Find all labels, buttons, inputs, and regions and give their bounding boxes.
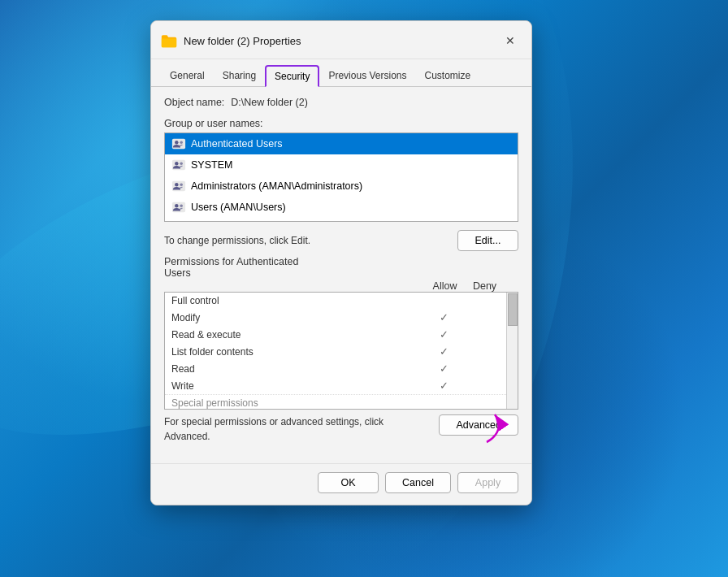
user-name-system: SYSTEM	[191, 159, 232, 171]
col-header-allow: Allow	[422, 280, 467, 292]
scrollbar-thumb[interactable]	[508, 293, 518, 326]
advanced-hint: For special permissions or advanced sett…	[164, 414, 392, 444]
user-list: Authenticated Users SYSTEM	[164, 132, 518, 222]
edit-row: To change permissions, click Edit. Edit.…	[164, 230, 518, 251]
col-header-deny: Deny	[467, 280, 512, 292]
permissions-subtitle: Users	[164, 267, 191, 279]
group-section-label: Group or user names:	[164, 118, 518, 129]
perm-row-write: Write ✓	[165, 377, 518, 394]
tab-security[interactable]: Security	[265, 65, 319, 87]
svg-point-7	[175, 183, 179, 187]
advanced-arrow-annotation	[434, 408, 515, 449]
close-button[interactable]: ✕	[499, 29, 522, 52]
bottom-button-bar: OK Cancel Apply	[151, 463, 531, 505]
perm-allow-modify: ✓	[422, 311, 466, 323]
perm-allow-write: ✓	[422, 380, 466, 392]
permissions-scrollbar[interactable]	[506, 293, 518, 409]
user-name-users: Users (AMAN\Users)	[191, 202, 286, 213]
properties-dialog: New folder (2) Properties ✕ General Shar…	[150, 20, 532, 505]
object-name-row: Object name: D:\New folder (2)	[164, 97, 518, 108]
edit-button[interactable]: Edit...	[457, 230, 518, 251]
user-item-users[interactable]: Users (AMAN\Users)	[165, 197, 518, 218]
user-icon-authenticated	[171, 137, 186, 151]
perm-allow-read-execute: ✓	[422, 328, 466, 341]
advanced-row: For special permissions or advanced sett…	[164, 414, 518, 444]
perm-name-full-control: Full control	[171, 295, 422, 306]
svg-point-11	[180, 204, 183, 207]
tab-sharing[interactable]: Sharing	[214, 65, 265, 87]
user-name-administrators: Administrators (AMAN\Administrators)	[191, 180, 362, 192]
perm-row-list-folder: List folder contents ✓	[165, 343, 518, 360]
permissions-title: Permissions for Authenticated	[164, 256, 298, 267]
perm-allow-list-folder: ✓	[422, 345, 466, 358]
permissions-column-headers: Allow Deny	[164, 280, 518, 292]
perm-name-write: Write	[171, 380, 422, 392]
user-name-authenticated: Authenticated Users	[191, 138, 283, 150]
user-icon-users	[171, 200, 186, 215]
permissions-table-inner: Full control Modify ✓ Read & execute ✓ L…	[165, 293, 518, 410]
tab-bar: General Sharing Security Previous Versio…	[151, 59, 531, 87]
change-permissions-hint: To change permissions, click Edit.	[164, 235, 310, 246]
perm-name-read-execute: Read & execute	[171, 329, 422, 341]
tab-customize[interactable]: Customize	[415, 65, 479, 87]
perm-name-read: Read	[171, 363, 422, 375]
perm-name-special: Special permissions	[171, 397, 422, 409]
ok-button[interactable]: OK	[318, 472, 379, 493]
object-name-label: Object name:	[164, 97, 224, 108]
cancel-button[interactable]: Cancel	[385, 472, 451, 493]
perm-name-modify: Modify	[171, 312, 422, 323]
user-item-authenticated[interactable]: Authenticated Users	[165, 133, 518, 154]
folder-icon	[161, 33, 177, 49]
tab-previous-versions[interactable]: Previous Versions	[319, 65, 415, 87]
permissions-table: Full control Modify ✓ Read & execute ✓ L…	[164, 292, 518, 410]
user-icon-system	[171, 158, 186, 172]
perm-row-read-execute: Read & execute ✓	[165, 326, 518, 343]
perm-row-modify: Modify ✓	[165, 309, 518, 326]
svg-point-10	[175, 204, 179, 208]
dialog-title: New folder (2) Properties	[184, 35, 499, 47]
perm-row-full-control: Full control	[165, 293, 518, 309]
title-bar: New folder (2) Properties ✕	[151, 21, 531, 59]
user-item-system[interactable]: SYSTEM	[165, 154, 518, 176]
user-icon-administrators	[171, 179, 186, 193]
tab-general[interactable]: General	[161, 65, 214, 87]
svg-point-4	[175, 162, 179, 166]
permissions-header-text: Permissions for Authenticated Users	[164, 256, 518, 279]
tab-content: Object name: D:\New folder (2) Group or …	[151, 87, 531, 463]
perm-name-list-folder: List folder contents	[171, 346, 422, 358]
perm-allow-read: ✓	[422, 362, 466, 375]
svg-point-2	[180, 141, 183, 144]
perm-row-read: Read ✓	[165, 360, 518, 377]
svg-point-8	[180, 183, 183, 186]
svg-point-5	[180, 162, 183, 165]
object-name-value: D:\New folder (2)	[231, 97, 307, 108]
svg-point-1	[175, 141, 179, 145]
user-item-administrators[interactable]: Administrators (AMAN\Administrators)	[165, 176, 518, 197]
apply-button[interactable]: Apply	[457, 472, 518, 493]
